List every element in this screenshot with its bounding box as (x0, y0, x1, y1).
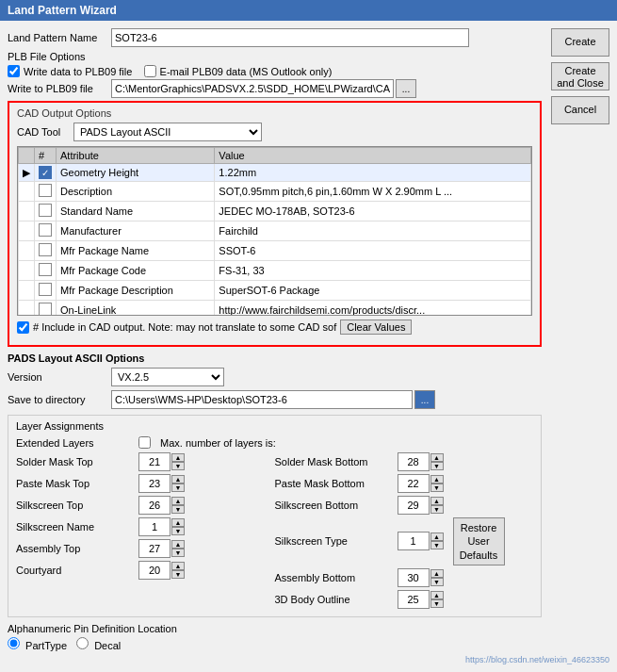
max-layers-label: Max. number of layers is: (160, 437, 292, 449)
layer-right-spindown-4[interactable]: ▼ (430, 578, 444, 586)
row-check-cell[interactable] (35, 164, 57, 182)
layer-left-spinbtns-1: ▲▼ (171, 475, 185, 492)
layer-left-spindown-4[interactable]: ▼ (171, 549, 185, 557)
layer-left-input-2[interactable] (138, 496, 170, 515)
row-check-cell[interactable] (35, 261, 57, 281)
cad-tool-select[interactable]: PADS Layout ASCII OrCAD Allegro (73, 123, 262, 141)
save-dir-browse-button[interactable]: ... (414, 390, 435, 409)
layer-left-input-3[interactable] (138, 517, 170, 536)
row-arrow-cell: ▶ (19, 164, 35, 182)
layer-right-spindown-5[interactable]: ▼ (430, 599, 444, 608)
layer-left-spinup-5[interactable]: ▲ (171, 562, 185, 570)
layer-right-label-2: Silkscreen Bottom (275, 500, 398, 511)
land-pattern-name-input[interactable] (111, 28, 469, 47)
plb-browse-button[interactable]: ... (396, 79, 416, 98)
layer-right-input-2[interactable] (398, 496, 430, 515)
layer-left-input-4[interactable] (138, 539, 170, 558)
version-select[interactable]: VX.2.5 VX.2.0 9.5 (111, 368, 224, 386)
write-plb-checkbox[interactable] (8, 65, 20, 77)
row-check-cell[interactable] (35, 221, 57, 241)
layer-right-spinup-4[interactable]: ▲ (430, 569, 444, 578)
cancel-button[interactable]: Cancel (551, 96, 609, 124)
alpha-section: Alphanumeric Pin Definition Location Par… (8, 623, 542, 651)
save-dir-input[interactable] (111, 390, 413, 409)
layer-left-input-1[interactable] (138, 474, 170, 493)
layer-right-spindown-2[interactable]: ▼ (430, 505, 444, 514)
layer-left-input-0[interactable] (138, 452, 170, 471)
row-check-cell[interactable] (35, 281, 57, 301)
layer-left-spinbtns-3: ▲▼ (171, 518, 185, 535)
decal-radio[interactable] (76, 637, 89, 649)
layer-left-spinup-4[interactable]: ▲ (171, 540, 185, 549)
table-row: Standard NameJEDEC MO-178AB, SOT23-6 (19, 202, 531, 221)
layer-left-spindown-3[interactable]: ▼ (171, 527, 185, 535)
col-number: # (35, 148, 57, 164)
row-checkbox-empty[interactable] (39, 223, 52, 237)
parttype-radio[interactable] (8, 637, 20, 649)
version-row: Version VX.2.5 VX.2.0 9.5 (8, 368, 542, 386)
layer-left-spinup-3[interactable]: ▲ (171, 518, 185, 527)
layer-right-spinup-3[interactable]: ▲ (430, 533, 444, 541)
layer-right-input-4[interactable] (398, 568, 430, 587)
layer-left-spinup-1[interactable]: ▲ (171, 475, 185, 484)
row-check-cell[interactable] (35, 241, 57, 261)
layer-right-spindown-0[interactable]: ▼ (430, 462, 444, 470)
layer-right-spinbox-2: ▲▼ (398, 496, 444, 515)
clear-values-button[interactable]: Clear Values (340, 320, 412, 335)
row-checkbox-empty[interactable] (39, 263, 52, 276)
layer-left-spindown-2[interactable]: ▼ (171, 505, 185, 514)
row-checkbox-empty[interactable] (39, 283, 52, 296)
layer-right-input-3[interactable] (398, 532, 430, 550)
row-attribute-cell: Mfr Package Name (57, 241, 215, 261)
row-checkbox-checked[interactable] (39, 166, 52, 179)
layer-left-spindown-5[interactable]: ▼ (171, 570, 185, 579)
layer-left-input-5[interactable] (138, 561, 170, 580)
row-arrow-cell (19, 301, 35, 317)
email-plb-checkbox[interactable] (144, 65, 156, 77)
title-bar: Land Pattern Wizard (0, 0, 617, 21)
layer-right-spinup-5[interactable]: ▲ (430, 591, 444, 599)
create-close-button[interactable]: Create and Close (551, 62, 609, 90)
row-value-cell: SuperSOT-6 Package (215, 281, 531, 301)
layer-row-left-3: Silkscreen Name▲▼ (16, 517, 275, 536)
layer-right-input-5[interactable] (398, 590, 430, 609)
layer-left-spindown-0[interactable]: ▼ (171, 462, 185, 470)
layer-right-input-1[interactable] (398, 474, 430, 493)
layer-left-spinup-2[interactable]: ▲ (171, 497, 185, 505)
plb-file-input[interactable] (111, 79, 394, 98)
col-attribute: Attribute (57, 148, 215, 164)
layer-right-label-0: Solder Mask Bottom (275, 456, 398, 467)
row-check-cell[interactable] (35, 182, 57, 202)
ext-layers-checkbox[interactable] (138, 436, 151, 449)
layer-left-spinbtns-4: ▲▼ (171, 540, 185, 557)
layer-left-label-5: Courtyard (16, 565, 138, 576)
layer-right-spinup-0[interactable]: ▲ (430, 453, 444, 462)
watermark: https://blog.csdn.net/weixin_46623350 (465, 655, 609, 664)
layer-right-spindown-1[interactable]: ▼ (430, 484, 444, 492)
write-plb-row: Write data to PLB09 file E-mail PLB09 da… (8, 65, 542, 77)
row-check-cell[interactable] (35, 301, 57, 317)
layer-left-spinup-0[interactable]: ▲ (171, 453, 185, 462)
table-row: ManufacturerFairchild (19, 221, 531, 241)
layer-right-spinup-2[interactable]: ▲ (430, 497, 444, 505)
row-checkbox-empty[interactable] (39, 204, 52, 217)
pads-section-title: PADS Layout ASCII Options (8, 352, 542, 364)
plb-section-title: PLB File Options (8, 51, 542, 62)
write-to-label: Write to PLB09 file (8, 83, 111, 94)
restore-defaults-button[interactable]: Restore User Defaults (453, 517, 505, 565)
layer-left-label-0: Solder Mask Top (16, 456, 138, 467)
include-checkbox[interactable] (17, 321, 29, 334)
create-button[interactable]: Create (551, 28, 609, 57)
layer-row-left-4: Assembly Top▲▼ (16, 539, 275, 558)
layer-right-spindown-3[interactable]: ▼ (430, 541, 444, 549)
layer-left-spindown-1[interactable]: ▼ (171, 484, 185, 492)
row-checkbox-empty[interactable] (39, 184, 52, 197)
row-checkbox-empty[interactable] (39, 243, 52, 256)
layer-right-spinup-1[interactable]: ▲ (430, 475, 444, 484)
ext-layers-label: Extended Layers (16, 437, 138, 449)
row-check-cell[interactable] (35, 202, 57, 221)
row-checkbox-empty[interactable] (39, 303, 52, 316)
parttype-radio-row: PartType Decal (8, 637, 542, 651)
row-value-cell: JEDEC MO-178AB, SOT23-6 (215, 202, 531, 221)
layer-right-input-0[interactable] (398, 452, 430, 471)
